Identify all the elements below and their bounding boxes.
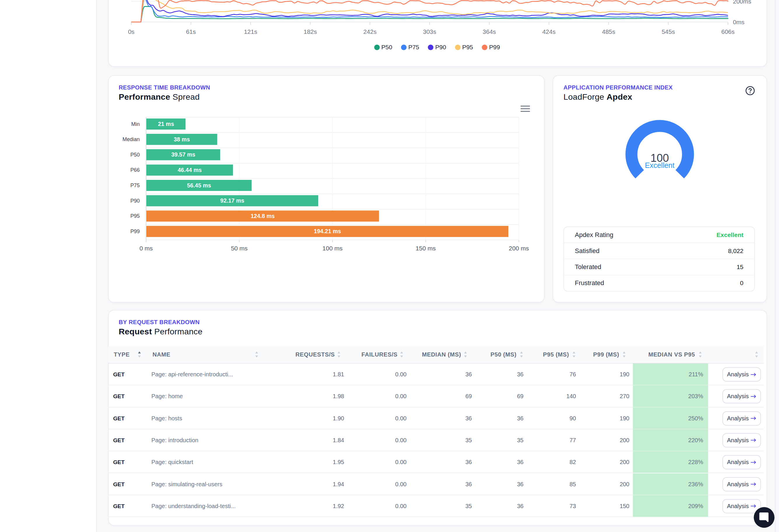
svg-text:21 ms: 21 ms	[158, 121, 174, 127]
svg-text:56.45 ms: 56.45 ms	[187, 182, 211, 189]
svg-text:364s: 364s	[483, 28, 496, 35]
svg-text:38 ms: 38 ms	[174, 136, 190, 142]
svg-text:150 ms: 150 ms	[416, 245, 436, 252]
svg-text:121s: 121s	[244, 28, 257, 35]
svg-text:39.57 ms: 39.57 ms	[171, 151, 195, 158]
svg-text:P99: P99	[130, 228, 140, 235]
svg-text:242s: 242s	[363, 28, 377, 35]
svg-text:Min: Min	[131, 121, 140, 127]
svg-text:Excellent: Excellent	[645, 161, 674, 170]
svg-text:0ms: 0ms	[733, 19, 744, 25]
svg-text:50 ms: 50 ms	[231, 245, 248, 252]
svg-text:46.44 ms: 46.44 ms	[178, 167, 202, 173]
svg-text:194.21 ms: 194.21 ms	[314, 228, 341, 235]
svg-text:182s: 182s	[304, 28, 317, 35]
svg-text:303s: 303s	[423, 28, 436, 35]
svg-text:0s: 0s	[128, 28, 134, 35]
svg-text:Median: Median	[122, 136, 140, 142]
svg-text:P50: P50	[130, 152, 140, 158]
svg-text:P75: P75	[130, 183, 140, 188]
svg-text:P90: P90	[130, 198, 140, 204]
svg-text:124.8 ms: 124.8 ms	[250, 213, 275, 219]
svg-text:485s: 485s	[602, 28, 615, 35]
svg-text:61s: 61s	[186, 28, 196, 35]
svg-text:P95: P95	[130, 213, 140, 219]
svg-text:200 ms: 200 ms	[509, 245, 529, 252]
svg-text:0 ms: 0 ms	[139, 245, 153, 252]
svg-text:606s: 606s	[721, 28, 735, 35]
svg-text:424s: 424s	[542, 28, 556, 35]
svg-text:200ms: 200ms	[733, 0, 751, 5]
svg-text:545s: 545s	[662, 28, 675, 35]
svg-text:92.17 ms: 92.17 ms	[220, 197, 244, 204]
svg-text:100 ms: 100 ms	[322, 245, 343, 252]
svg-text:P66: P66	[130, 167, 140, 173]
